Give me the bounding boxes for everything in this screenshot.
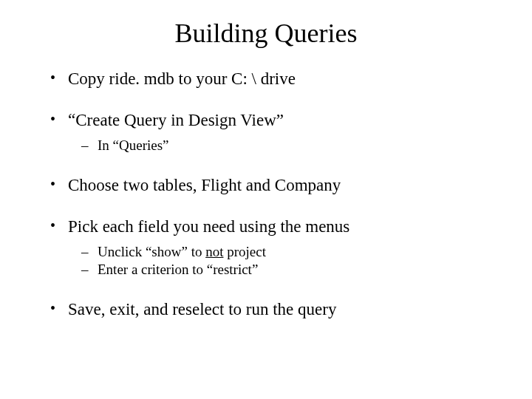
bullet-text: “Create Query in Design View” [68, 111, 284, 129]
sub-bullet-item: Enter a criterion to “restrict” [81, 262, 495, 278]
sub-text-pre: Unclick “show” to [98, 244, 205, 259]
bullet-item: Choose two tables, Flight and Company [50, 176, 495, 195]
slide-title: Building Queries [37, 18, 495, 49]
bullet-text: Pick each field you need using the menus [68, 217, 349, 236]
bullet-item: Save, exit, and reselect to run the quer… [50, 300, 495, 319]
sub-bullet-item: In “Queries” [81, 137, 495, 154]
bullet-item: “Create Query in Design View” In “Querie… [50, 111, 495, 154]
bullet-item: Pick each field you need using the menus… [50, 217, 495, 278]
underlined-word: not [205, 244, 223, 259]
sub-text-post: project [223, 244, 266, 259]
sub-list: In “Queries” [68, 137, 495, 154]
sub-bullet-item: Unclick “show” to not project [81, 244, 495, 260]
bullet-item: Copy ride. mdb to your C: \ drive [50, 69, 495, 89]
bullet-list: Copy ride. mdb to your C: \ drive “Creat… [37, 69, 495, 319]
sub-list: Unclick “show” to not project Enter a cr… [68, 244, 495, 278]
